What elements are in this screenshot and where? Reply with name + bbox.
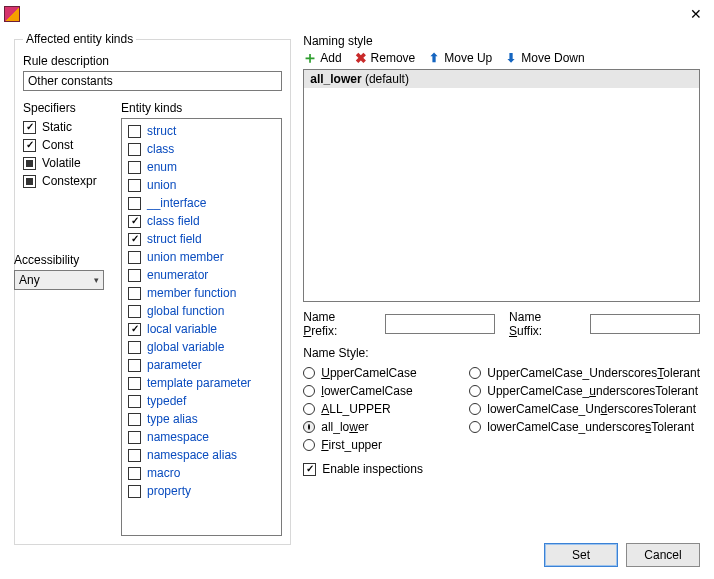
name-prefix-label: Name Prefix: bbox=[303, 310, 371, 338]
entity-item[interactable]: global function bbox=[128, 302, 275, 320]
radio-icon bbox=[303, 385, 315, 397]
cancel-button[interactable]: Cancel bbox=[626, 543, 700, 567]
accessibility-select[interactable]: Any ▾ bbox=[14, 270, 104, 290]
app-icon bbox=[4, 6, 20, 22]
specifier-item[interactable]: Const bbox=[23, 136, 113, 154]
name-suffix-input[interactable] bbox=[590, 314, 700, 334]
name-style-option[interactable]: lowerCamelCase bbox=[303, 384, 463, 398]
entity-label: union bbox=[147, 177, 176, 194]
x-icon: ✖ bbox=[354, 51, 368, 65]
rule-description-input[interactable] bbox=[23, 71, 282, 91]
chevron-down-icon: ▾ bbox=[94, 275, 99, 285]
styles-list[interactable]: all_lower (default) bbox=[303, 69, 700, 302]
entity-item[interactable]: local variable bbox=[128, 320, 275, 338]
prefix-suffix-row: Name Prefix: Name Suffix: bbox=[303, 310, 700, 338]
close-icon[interactable]: ✕ bbox=[684, 4, 708, 24]
radio-icon bbox=[303, 421, 315, 433]
checkbox-icon bbox=[128, 341, 141, 354]
entity-item[interactable]: union bbox=[128, 176, 275, 194]
entity-item[interactable]: union member bbox=[128, 248, 275, 266]
entity-item[interactable]: parameter bbox=[128, 356, 275, 374]
name-style-option[interactable]: lowerCamelCase_underscoresTolerant bbox=[469, 420, 700, 434]
move-down-button[interactable]: ⬇Move Down bbox=[504, 51, 584, 65]
name-style-option[interactable]: First_upper bbox=[303, 438, 463, 452]
enable-inspections-checkbox[interactable] bbox=[303, 463, 316, 476]
entity-item[interactable]: member function bbox=[128, 284, 275, 302]
specifier-label: Constexpr bbox=[42, 173, 97, 190]
specifier-label: Static bbox=[42, 119, 72, 136]
name-style-option[interactable]: all_lower bbox=[303, 420, 463, 434]
entity-label: template parameter bbox=[147, 375, 251, 392]
entity-item[interactable]: type alias bbox=[128, 410, 275, 428]
name-style-options: UpperCamelCaseUpperCamelCase_Underscores… bbox=[303, 366, 700, 452]
entity-item[interactable]: global variable bbox=[128, 338, 275, 356]
entity-label: type alias bbox=[147, 411, 198, 428]
specifier-item[interactable]: Volatile bbox=[23, 154, 113, 172]
checkbox-icon bbox=[23, 121, 36, 134]
specifiers-label: Specifiers bbox=[23, 101, 113, 115]
checkbox-icon bbox=[128, 305, 141, 318]
name-style-option[interactable]: UpperCamelCase_UnderscoresTolerant bbox=[469, 366, 700, 380]
entity-item[interactable]: enum bbox=[128, 158, 275, 176]
entity-label: class bbox=[147, 141, 174, 158]
arrow-down-icon: ⬇ bbox=[504, 51, 518, 65]
specifier-label: Volatile bbox=[42, 155, 81, 172]
name-style-option-label: UpperCamelCase_underscoresTolerant bbox=[487, 384, 698, 398]
checkbox-icon bbox=[128, 323, 141, 336]
entity-label: class field bbox=[147, 213, 200, 230]
radio-icon bbox=[469, 367, 481, 379]
checkbox-icon bbox=[128, 125, 141, 138]
naming-style-legend: Naming style bbox=[303, 34, 700, 48]
entity-item[interactable]: __interface bbox=[128, 194, 275, 212]
entity-label: struct field bbox=[147, 231, 202, 248]
entity-item[interactable]: struct bbox=[128, 122, 275, 140]
name-suffix-label: Name Suffix: bbox=[509, 310, 576, 338]
affected-entity-legend: Affected entity kinds bbox=[23, 32, 136, 46]
entity-item[interactable]: class field bbox=[128, 212, 275, 230]
entity-item[interactable]: namespace bbox=[128, 428, 275, 446]
add-button[interactable]: ＋Add bbox=[303, 51, 341, 65]
accessibility-value: Any bbox=[19, 273, 40, 287]
name-style-option[interactable]: UpperCamelCase_underscoresTolerant bbox=[469, 384, 700, 398]
entity-item[interactable]: struct field bbox=[128, 230, 275, 248]
checkbox-icon bbox=[128, 359, 141, 372]
checkbox-icon bbox=[128, 161, 141, 174]
checkbox-icon bbox=[128, 197, 141, 210]
rule-description-label: Rule description bbox=[23, 54, 282, 68]
entity-label: struct bbox=[147, 123, 176, 140]
entity-item[interactable]: enumerator bbox=[128, 266, 275, 284]
specifier-label: Const bbox=[42, 137, 73, 154]
name-style-option[interactable]: ALL_UPPER bbox=[303, 402, 463, 416]
entity-item[interactable]: property bbox=[128, 482, 275, 500]
radio-icon bbox=[303, 439, 315, 451]
name-style-option-label: ALL_UPPER bbox=[321, 402, 390, 416]
specifiers-list: StaticConstVolatileConstexpr bbox=[23, 118, 113, 190]
checkbox-icon bbox=[128, 485, 141, 498]
entity-kinds-label: Entity kinds bbox=[121, 101, 282, 115]
name-style-option[interactable]: UpperCamelCase bbox=[303, 366, 463, 380]
entity-item[interactable]: class bbox=[128, 140, 275, 158]
radio-icon bbox=[469, 403, 481, 415]
naming-toolbar: ＋Add ✖Remove ⬆Move Up ⬇Move Down bbox=[303, 51, 700, 65]
styles-list-item[interactable]: all_lower (default) bbox=[304, 70, 699, 88]
entity-item[interactable]: namespace alias bbox=[128, 446, 275, 464]
name-style-option[interactable]: lowerCamelCase_UnderscoresTolerant bbox=[469, 402, 700, 416]
entity-item[interactable]: macro bbox=[128, 464, 275, 482]
checkbox-icon bbox=[128, 449, 141, 462]
name-style-label: Name Style: bbox=[303, 346, 700, 360]
entity-label: local variable bbox=[147, 321, 217, 338]
checkbox-icon bbox=[23, 139, 36, 152]
remove-button[interactable]: ✖Remove bbox=[354, 51, 416, 65]
checkbox-icon bbox=[128, 233, 141, 246]
checkbox-icon bbox=[128, 269, 141, 282]
name-prefix-input[interactable] bbox=[385, 314, 495, 334]
entity-item[interactable]: typedef bbox=[128, 392, 275, 410]
entity-label: property bbox=[147, 483, 191, 500]
entity-kinds-list[interactable]: structclassenumunion__interfaceclass fie… bbox=[121, 118, 282, 536]
entity-item[interactable]: template parameter bbox=[128, 374, 275, 392]
set-button[interactable]: Set bbox=[544, 543, 618, 567]
specifier-item[interactable]: Constexpr bbox=[23, 172, 113, 190]
name-style-option-label: all_lower bbox=[321, 420, 368, 434]
move-up-button[interactable]: ⬆Move Up bbox=[427, 51, 492, 65]
specifier-item[interactable]: Static bbox=[23, 118, 113, 136]
